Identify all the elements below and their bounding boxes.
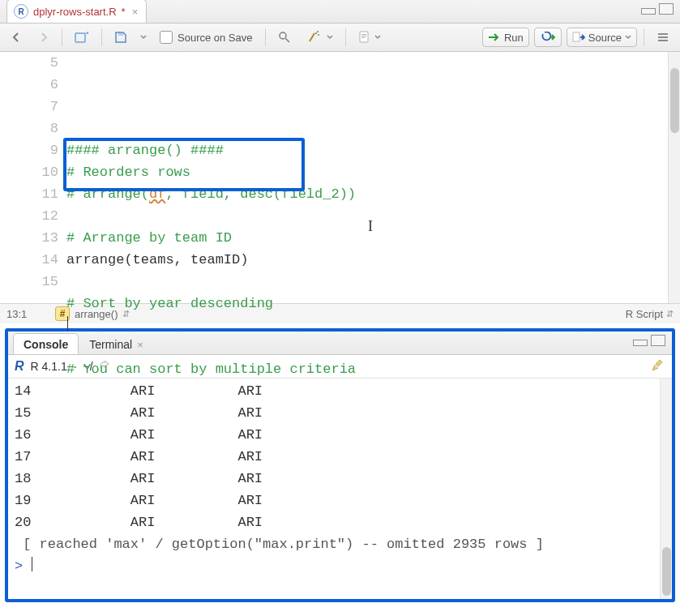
editor-tab-bar: R dplyr-rows-start.R* × <box>0 0 680 24</box>
tab-console[interactable]: Console <box>13 333 79 354</box>
close-terminal-icon[interactable]: × <box>137 339 143 351</box>
code-editor[interactable]: 56789101112131415 I #### arrange() #####… <box>0 52 680 303</box>
r-file-icon: R <box>14 4 28 19</box>
scrollbar-thumb[interactable] <box>662 547 671 596</box>
separator <box>265 28 266 46</box>
close-tab-icon[interactable]: × <box>132 6 139 17</box>
separator <box>644 28 644 46</box>
source-label: Source <box>588 32 622 44</box>
minimize-pane-icon[interactable] <box>641 8 656 15</box>
ibeam-cursor-icon: I <box>368 216 373 237</box>
separator <box>345 28 346 46</box>
minimize-pane-icon[interactable] <box>633 340 648 346</box>
code-tools-button[interactable] <box>302 28 339 47</box>
maximize-pane-icon[interactable] <box>651 335 665 346</box>
svg-rect-8 <box>361 36 366 36</box>
tab-console-label: Console <box>24 338 68 351</box>
outline-button[interactable] <box>651 28 675 47</box>
modified-indicator: * <box>122 6 126 18</box>
scrollbar-thumb[interactable] <box>670 68 679 133</box>
console-tab-bar: Console Terminal × <box>8 332 672 355</box>
show-in-new-window-button[interactable] <box>69 28 95 47</box>
save-button[interactable] <box>109 28 133 47</box>
checkbox-icon <box>160 31 173 44</box>
editor-scrollbar[interactable] <box>668 52 680 303</box>
source-on-save-label: Source on Save <box>177 32 253 44</box>
source-on-save-toggle[interactable]: Source on Save <box>154 27 259 48</box>
tab-terminal-label: Terminal <box>89 338 132 351</box>
save-dropdown[interactable] <box>138 28 149 47</box>
r-logo-icon: R <box>15 359 24 374</box>
svg-rect-1 <box>118 32 123 36</box>
tab-terminal[interactable]: Terminal × <box>79 333 154 354</box>
file-name: dplyr-rows-start.R <box>33 6 117 18</box>
line-number-gutter: 56789101112131415 <box>0 52 66 303</box>
forward-button[interactable] <box>32 28 55 47</box>
cursor-position: 13:1 <box>6 308 47 320</box>
find-button[interactable] <box>272 28 297 47</box>
console-scrollbar[interactable] <box>660 379 672 599</box>
svg-rect-0 <box>75 33 85 42</box>
run-label: Run <box>504 32 524 44</box>
svg-rect-7 <box>361 34 366 35</box>
svg-point-4 <box>318 34 319 36</box>
run-button[interactable]: Run <box>482 28 529 47</box>
back-button[interactable] <box>5 28 28 47</box>
rerun-button[interactable] <box>534 28 562 47</box>
r-version: R 4.1.1 <box>31 360 67 373</box>
compile-report-button[interactable] <box>353 28 387 47</box>
svg-point-3 <box>315 32 317 34</box>
maximize-pane-icon[interactable] <box>659 3 674 15</box>
code-area[interactable]: I #### arrange() ##### Reorders rows# ar… <box>66 52 680 303</box>
svg-rect-9 <box>361 37 365 38</box>
svg-rect-6 <box>360 32 368 42</box>
separator <box>101 28 102 46</box>
editor-toolbar: Source on Save Run Source <box>0 24 680 52</box>
file-tab[interactable]: R dplyr-rows-start.R* × <box>6 0 147 23</box>
pane-window-controls <box>633 335 665 346</box>
pane-window-controls <box>641 3 674 15</box>
svg-rect-10 <box>573 32 579 41</box>
separator <box>62 28 62 46</box>
console-output[interactable]: 14 ARI ARI15 ARI ARI16 ARI ARI17 ARI ARI… <box>8 379 672 599</box>
svg-point-5 <box>317 31 319 32</box>
source-button[interactable]: Source <box>567 28 637 47</box>
svg-point-2 <box>280 32 286 39</box>
